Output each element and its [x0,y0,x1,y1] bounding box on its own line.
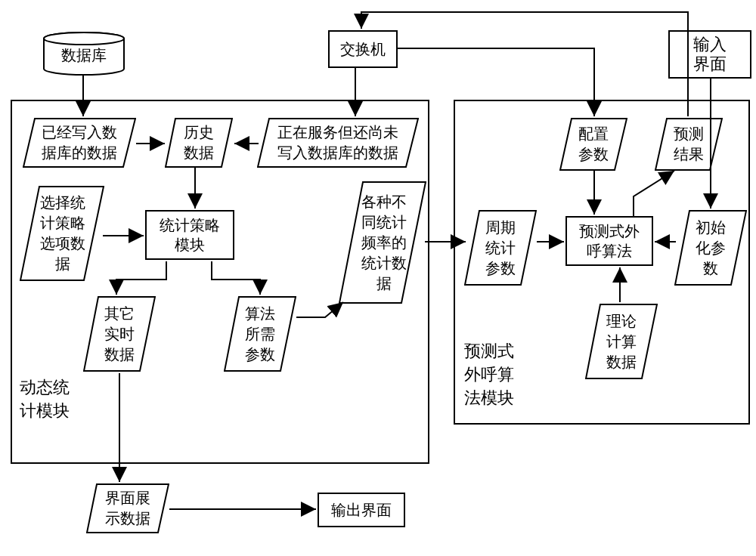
history-data-para: 历史数据 [165,118,233,168]
display-data-para: 界面展示数据 [86,483,169,533]
written-data-para: 已经写入数据库的数据 [23,118,136,168]
database-label: 数据库 [61,47,107,63]
in-service-data-para: 正在服务但还尚未写入数据库的数据 [257,118,419,168]
predict-result-para: 预测结果 [655,118,723,171]
config-params-para: 配置参数 [559,118,627,171]
